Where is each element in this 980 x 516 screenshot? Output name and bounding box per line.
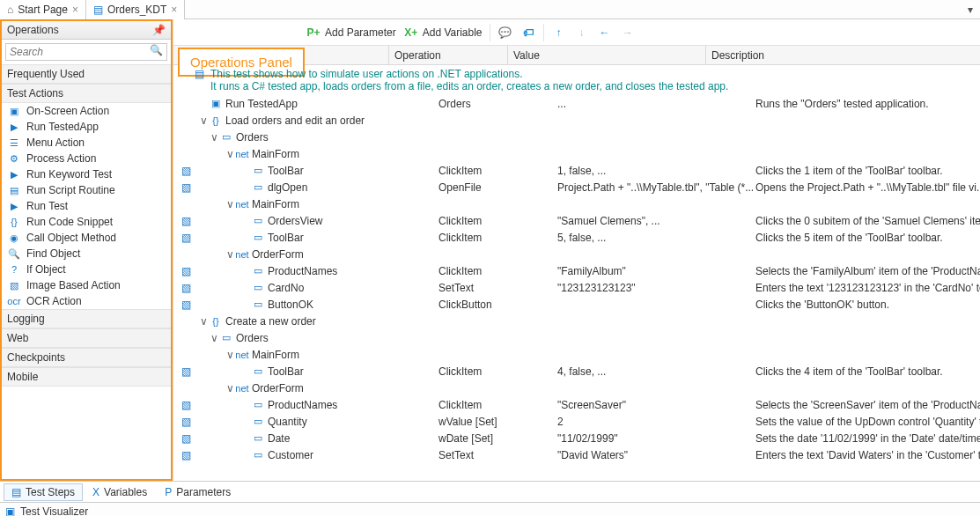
- row-item-label: OrdersView: [268, 215, 322, 227]
- row-type-icon: ▭: [251, 365, 265, 377]
- grid-row[interactable]: ∨netMainForm: [173, 346, 980, 363]
- row-type-icon: net: [235, 149, 249, 159]
- tab-start-page[interactable]: ⌂ Start Page ×: [0, 0, 86, 19]
- tag-icon[interactable]: 🏷: [520, 25, 536, 41]
- col-operation[interactable]: Operation: [394, 49, 441, 62]
- grid-row[interactable]: ∨▭Orders: [173, 129, 980, 145]
- row-item-label: ProductNames: [268, 399, 337, 411]
- close-icon[interactable]: ×: [171, 4, 177, 16]
- op-call-object-method[interactable]: ◉Call Object Method: [2, 230, 171, 246]
- expand-icon[interactable]: ∨: [225, 198, 235, 210]
- op-process-action[interactable]: ⚙Process Action: [2, 151, 171, 166]
- op-run-testedapp[interactable]: ▶Run TestedApp: [2, 119, 171, 135]
- grid-row[interactable]: ▧▭ProductNamesClickItem"ScreenSaver"Sele…: [173, 396, 980, 413]
- speech-icon[interactable]: 💬: [497, 25, 513, 41]
- op-run-code-snippet[interactable]: {}Run Code Snippet: [2, 214, 171, 230]
- arrow-up-icon[interactable]: ↑: [551, 25, 567, 41]
- cat-checkpoints[interactable]: Checkpoints: [2, 348, 171, 367]
- expand-icon[interactable]: ∨: [209, 332, 219, 344]
- gutter-icon: ▧: [173, 265, 198, 277]
- steps-icon: ▤: [11, 486, 21, 498]
- row-operation: wDate [Set]: [438, 432, 557, 445]
- tab-parameters[interactable]: P Parameters: [157, 483, 239, 501]
- op-run-keyword-test[interactable]: ▶Run Keyword Test: [2, 166, 171, 182]
- op-on-screen-action[interactable]: ▣On-Screen Action: [2, 103, 171, 119]
- row-description: Clicks the 5 item of the 'ToolBar' toolb…: [755, 232, 980, 244]
- op-if-object[interactable]: ?If Object: [2, 262, 171, 277]
- gutter-icon: ▧: [173, 432, 198, 445]
- row-item-label: ToolBar: [268, 232, 304, 244]
- op-menu-action[interactable]: ☰Menu Action: [2, 135, 171, 151]
- gutter-icon: ▧: [173, 181, 198, 194]
- tab-variables[interactable]: X Variables: [85, 483, 155, 501]
- add-variable-button[interactable]: X+ Add Variable: [403, 25, 483, 41]
- grid-row[interactable]: ∨{}Create a new order: [173, 313, 980, 329]
- add-parameter-button[interactable]: P+ Add Parameter: [306, 25, 396, 41]
- grid-row[interactable]: ▧▭ToolBarClickItem4, false, ...Clicks th…: [173, 363, 980, 380]
- grid-row[interactable]: ▧▭DatewDate [Set]"11/02/1999"Sets the da…: [173, 430, 980, 446]
- grid-row[interactable]: ▧▭CardNoSetText"123123123123"Enters the …: [173, 279, 980, 296]
- grid-row[interactable]: ▧▭CustomerSetText"David Waters"Enters th…: [173, 446, 980, 463]
- pin-icon[interactable]: 📌: [152, 24, 166, 36]
- cat-web[interactable]: Web: [2, 328, 171, 348]
- close-icon[interactable]: ×: [72, 4, 78, 16]
- grid-row[interactable]: ▧▭OrdersViewClickItem"Samuel Clemens", .…: [173, 212, 980, 229]
- grid-row[interactable]: ▧▭ButtonOKClickButtonClicks the 'ButtonO…: [173, 296, 980, 313]
- expand-icon[interactable]: ∨: [225, 382, 235, 394]
- arrow-down-icon[interactable]: ↓: [574, 25, 590, 41]
- expand-icon[interactable]: ∨: [225, 349, 235, 361]
- arrow-right-icon[interactable]: →: [620, 25, 636, 41]
- search-box[interactable]: 🔍: [5, 43, 167, 61]
- grid-row[interactable]: ∨{}Load orders and edit an order: [173, 112, 980, 129]
- grid-row[interactable]: ∨netMainForm: [173, 145, 980, 162]
- grid-row[interactable]: ▧▭ProductNamesClickItem"FamilyAlbum"Sele…: [173, 262, 980, 279]
- tab-menu-button[interactable]: ▾: [968, 4, 980, 16]
- row-operation: SetText: [438, 282, 557, 294]
- op-run-script-routine[interactable]: ▤Run Script Routine: [2, 182, 171, 198]
- grid-row[interactable]: ∨netOrderForm: [173, 380, 980, 396]
- search-input[interactable]: [6, 44, 146, 60]
- expand-icon[interactable]: ∨: [198, 315, 209, 328]
- grid-row[interactable]: ▧▭ToolBarClickItem1, false, ...Clicks th…: [173, 162, 980, 179]
- find-icon: 🔍: [7, 247, 21, 260]
- expand-icon[interactable]: ∨: [225, 148, 235, 160]
- op-image-based-action[interactable]: ▧Image Based Action: [2, 277, 171, 293]
- expand-icon[interactable]: ∨: [209, 131, 219, 144]
- cat-mobile[interactable]: Mobile: [2, 367, 171, 387]
- tab-orders-kdt[interactable]: ▤ Orders_KDT ×: [86, 0, 185, 19]
- arrow-left-icon[interactable]: ←: [597, 25, 613, 41]
- expand-icon[interactable]: ∨: [225, 248, 235, 261]
- grid-row[interactable]: ∨▭Orders: [173, 329, 980, 346]
- row-type-icon: ▭: [251, 232, 265, 243]
- grid-row[interactable]: ▣Run TestedAppOrders...Runs the "Orders"…: [173, 95, 980, 112]
- grid-row[interactable]: ▧▭dlgOpenOpenFileProject.Path + "..\\MyT…: [173, 179, 980, 195]
- grid-row[interactable]: ▧▭QuantitywValue [Set]2Sets the value of…: [173, 413, 980, 430]
- tab-bar: ⌂ Start Page × ▤ Orders_KDT × ▾: [0, 0, 980, 19]
- image-icon: ▧: [7, 279, 21, 291]
- row-value: 4, false, ...: [557, 365, 755, 378]
- col-value[interactable]: Value: [513, 49, 540, 62]
- row-operation: ClickItem: [438, 265, 557, 277]
- search-icon[interactable]: 🔍: [146, 44, 166, 60]
- file-icon: ▤: [93, 4, 103, 16]
- row-item-label: MainForm: [252, 148, 299, 160]
- row-item-label: OrderForm: [252, 382, 304, 394]
- row-type-icon: ▭: [251, 265, 265, 276]
- cat-frequently-used[interactable]: Frequently Used: [2, 64, 171, 84]
- grid-row[interactable]: ∨netMainForm: [173, 195, 980, 212]
- row-type-icon: ▭: [219, 332, 233, 343]
- cat-test-actions[interactable]: Test Actions: [2, 84, 171, 103]
- ocr-icon: ocr: [7, 295, 21, 307]
- op-find-object[interactable]: 🔍Find Object: [2, 246, 171, 262]
- cursor-icon: ▣: [7, 105, 21, 117]
- col-description[interactable]: Description: [711, 49, 764, 62]
- grid-row[interactable]: ▧▭ToolBarClickItem5, false, ...Clicks th…: [173, 229, 980, 246]
- cat-logging[interactable]: Logging: [2, 309, 171, 328]
- op-ocr-action[interactable]: ocrOCR Action: [2, 293, 171, 309]
- tab-test-steps[interactable]: ▤ Test Steps: [4, 483, 83, 501]
- grid-row[interactable]: ∨netOrderForm: [173, 246, 980, 262]
- row-operation: wValue [Set]: [438, 416, 557, 428]
- op-run-test[interactable]: ▶Run Test: [2, 198, 171, 214]
- test-visualizer-label[interactable]: Test Visualizer: [20, 505, 88, 517]
- expand-icon[interactable]: ∨: [198, 114, 209, 127]
